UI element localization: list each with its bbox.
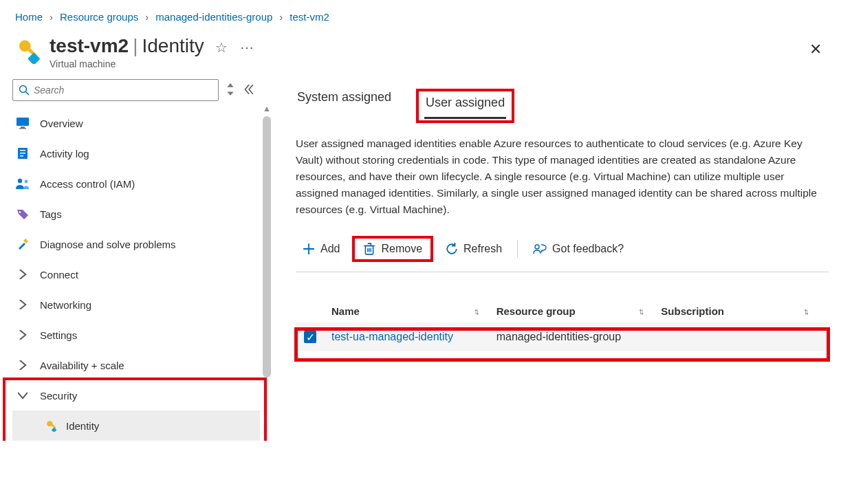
refresh-button[interactable]: Refresh	[439, 240, 509, 258]
highlight-annotation: User assigned	[416, 89, 514, 123]
people-icon	[15, 176, 30, 191]
sidebar-item-label: Activity log	[40, 148, 89, 160]
sidebar-item-settings[interactable]: Settings	[12, 320, 260, 350]
crumb-home[interactable]: Home	[15, 11, 43, 23]
monitor-icon	[15, 116, 30, 131]
svg-rect-9	[20, 150, 25, 151]
tab-bar: System assigned User assigned	[296, 89, 829, 123]
sidebar-nav: Overview Activity log Access control (IA…	[12, 108, 260, 441]
svg-rect-10	[20, 153, 25, 154]
chevron-right-icon	[15, 267, 30, 282]
plus-icon	[303, 243, 315, 255]
tools-icon	[15, 237, 30, 252]
col-name[interactable]: Name↑↓	[331, 305, 496, 317]
table-header: Name↑↓ Resource group↑↓ Subscription↑↓	[296, 300, 829, 322]
feedback-icon	[533, 243, 547, 255]
scroll-up-arrow-icon[interactable]: ▲	[261, 104, 272, 113]
tag-icon	[15, 206, 30, 221]
chevron-right-icon: ›	[279, 11, 283, 23]
sort-icon: ↑↓	[638, 306, 642, 316]
more-actions-icon[interactable]: ⋯	[240, 39, 254, 56]
chevron-right-icon	[15, 358, 30, 373]
svg-point-3	[20, 86, 27, 93]
crumb-resource[interactable]: test-vm2	[290, 11, 329, 23]
search-icon	[19, 85, 30, 96]
tab-user-assigned[interactable]: User assigned	[424, 94, 506, 119]
main-content: System assigned User assigned User assig…	[260, 79, 841, 441]
command-bar: Add Remove Refresh Got feedback?	[296, 232, 829, 272]
col-resource-group[interactable]: Resource group↑↓	[496, 305, 662, 317]
svg-rect-7	[19, 128, 26, 129]
sidebar-item-label: Diagnose and solve problems	[40, 239, 176, 250]
page-title: test-vm2|Identity	[50, 35, 204, 57]
sidebar: Overview Activity log Access control (IA…	[12, 79, 260, 441]
chevron-right-icon	[15, 297, 30, 312]
sidebar-item-networking[interactable]: Networking	[12, 289, 260, 320]
svg-line-4	[26, 92, 30, 96]
feedback-button[interactable]: Got feedback?	[526, 240, 631, 258]
sidebar-item-label: Access control (IAM)	[40, 178, 135, 190]
sidebar-item-label: Networking	[40, 299, 91, 311]
sidebar-item-tags[interactable]: Tags	[12, 199, 260, 229]
search-input[interactable]	[12, 79, 219, 101]
identities-table: Name↑↓ Resource group↑↓ Subscription↑↓ ✓…	[296, 300, 829, 351]
key-identity-icon	[15, 38, 41, 64]
svg-rect-6	[21, 127, 25, 128]
scroll-thumb[interactable]	[263, 116, 271, 377]
chevron-right-icon	[15, 327, 30, 342]
svg-rect-5	[17, 118, 29, 126]
svg-rect-2	[28, 52, 40, 64]
sidebar-item-activity-log[interactable]: Activity log	[12, 138, 260, 168]
refresh-icon	[446, 243, 458, 255]
highlight-annotation: Remove	[352, 236, 433, 262]
checkbox-checked-icon[interactable]: ✓	[304, 331, 316, 343]
crumb-group[interactable]: managed-identities-group	[155, 11, 272, 23]
chevron-right-icon: ›	[145, 11, 149, 23]
sidebar-item-label: Connect	[40, 269, 78, 281]
sidebar-item-access-control[interactable]: Access control (IAM)	[12, 168, 260, 199]
log-icon	[15, 146, 30, 161]
remove-button[interactable]: Remove	[356, 240, 429, 258]
sort-toggle-icon[interactable]	[226, 83, 235, 98]
description-text: User assigned managed identities enable …	[296, 135, 829, 218]
sidebar-item-connect[interactable]: Connect	[12, 259, 260, 289]
separator	[517, 240, 518, 258]
trash-icon	[363, 243, 375, 255]
chevron-right-icon: ›	[50, 11, 53, 23]
favorite-star-icon[interactable]: ☆	[215, 39, 228, 56]
close-icon[interactable]: ✕	[805, 36, 826, 63]
add-button[interactable]: Add	[296, 240, 347, 258]
table-row[interactable]: ✓ test-ua-managed-identity managed-ident…	[296, 322, 829, 351]
identity-rg-cell: managed-identities-group	[496, 331, 662, 343]
svg-point-13	[25, 180, 28, 184]
svg-point-12	[18, 179, 22, 183]
svg-rect-11	[20, 155, 23, 157]
sidebar-item-label: Overview	[40, 118, 83, 129]
tab-system-assigned[interactable]: System assigned	[296, 89, 393, 111]
sidebar-item-overview[interactable]: Overview	[12, 108, 260, 138]
svg-point-19	[535, 245, 539, 249]
highlight-annotation	[3, 377, 267, 441]
crumb-rg[interactable]: Resource groups	[60, 11, 138, 23]
sidebar-item-availability[interactable]: Availability + scale	[12, 350, 260, 380]
svg-point-14	[19, 211, 21, 213]
sidebar-item-label: Settings	[40, 329, 77, 341]
sidebar-item-label: Availability + scale	[40, 360, 124, 371]
breadcrumb: Home › Resource groups › managed-identit…	[0, 0, 841, 30]
col-subscription[interactable]: Subscription↑↓	[661, 305, 826, 317]
sidebar-item-label: Tags	[40, 208, 62, 220]
sidebar-item-diagnose[interactable]: Diagnose and solve problems	[12, 229, 260, 259]
page-header: test-vm2|Identity Virtual machine ☆ ⋯ ✕	[0, 30, 841, 79]
identity-name-link[interactable]: test-ua-managed-identity	[331, 331, 453, 342]
sort-icon: ↑↓	[803, 306, 807, 316]
sort-icon: ↑↓	[474, 306, 477, 316]
resource-type-label: Virtual machine	[50, 58, 204, 69]
scrollbar[interactable]: ▲	[261, 112, 272, 441]
collapse-sidebar-icon[interactable]	[242, 83, 254, 98]
